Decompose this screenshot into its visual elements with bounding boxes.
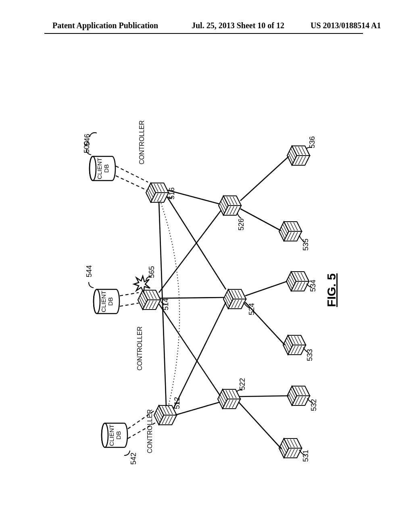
- mid-leaf-links: [239, 156, 289, 449]
- db-top-label: CLIENT: [96, 158, 103, 179]
- mid-node-522: 522: [218, 378, 246, 409]
- leaf-node-531: 531: [279, 438, 310, 462]
- diagram-svg: 500 CLIENT DB 542 CLIENT DB 544 CLI: [0, 0, 413, 532]
- leaf-ref-533: 533: [306, 349, 314, 361]
- svg-line-17: [175, 402, 219, 415]
- db-bottom-label: DB: [107, 297, 114, 306]
- leaf-node-536: 536: [287, 136, 316, 165]
- db-ref-544: 544: [85, 265, 93, 277]
- db-ref-546: 546: [83, 134, 91, 146]
- db-bottom-label: DB: [115, 431, 122, 440]
- db-bottom-label: DB: [103, 164, 110, 173]
- svg-line-28: [245, 281, 287, 296]
- leaf-node-533: 533: [283, 335, 314, 361]
- leaf-ref-531: 531: [302, 450, 310, 462]
- svg-line-16: [116, 166, 148, 182]
- failure-icon: 565: [134, 266, 156, 292]
- mid-node-524: 524: [223, 289, 256, 315]
- db-ref-542: 542: [129, 453, 138, 465]
- db-top-label: CLIENT: [100, 291, 107, 312]
- svg-line-19: [159, 304, 220, 396]
- figure-title: FIG. 5: [325, 273, 338, 307]
- failure-ref: 565: [148, 266, 156, 278]
- leaf-ref-536: 536: [308, 136, 316, 148]
- db-cylinder-542: CLIENT DB 542: [102, 423, 138, 465]
- svg-line-27: [245, 302, 285, 345]
- svg-line-20: [160, 297, 224, 298]
- leaf-node-534: 534: [286, 272, 317, 292]
- mid-ref-522: 522: [238, 378, 246, 390]
- db-cylinder-546: CLIENT DB 546: [83, 134, 115, 181]
- leaf-node-535: 535: [279, 222, 310, 251]
- svg-line-29: [240, 209, 281, 231]
- svg-line-13: [120, 303, 139, 306]
- svg-line-22: [167, 197, 226, 289]
- leaf-node-532: 532: [287, 386, 318, 411]
- controller-node-512: CONTROLLER 512: [146, 397, 181, 453]
- svg-line-15: [116, 176, 147, 190]
- svg-line-25: [239, 402, 282, 449]
- svg-line-14: [120, 293, 139, 296]
- svg-line-26: [240, 396, 289, 397]
- controller-node-516: CONTROLLER 516: [138, 121, 176, 202]
- controller-label: CONTROLLER: [138, 121, 145, 164]
- svg-line-30: [240, 156, 289, 201]
- svg-line-21: [159, 210, 221, 293]
- db-cylinder-544: CLIENT DB 544: [85, 265, 119, 314]
- db-top-label: CLIENT: [108, 424, 115, 446]
- leaf-ref-534: 534: [309, 280, 317, 292]
- mid-ref-526: 526: [237, 218, 245, 231]
- mid-node-526: 526: [219, 196, 245, 231]
- leaf-ref-532: 532: [310, 399, 318, 411]
- controller-label: CONTROLLER: [136, 326, 143, 370]
